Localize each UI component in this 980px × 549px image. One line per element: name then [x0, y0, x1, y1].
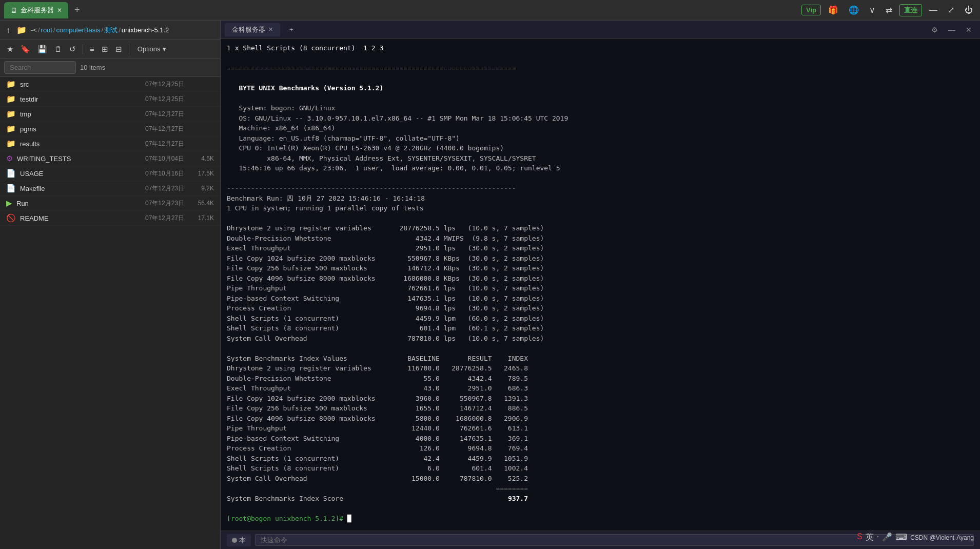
makefile-icon: 📄	[6, 184, 16, 193]
toolbar-separator	[83, 44, 83, 54]
local-button[interactable]: 本	[227, 534, 251, 546]
keyboard-icon[interactable]: ⌨	[895, 532, 907, 543]
folder-icon: 📁	[6, 139, 16, 148]
maximize-button[interactable]: ⤢	[945, 4, 957, 16]
tab-label: 金科服务器	[21, 6, 54, 15]
terminal-close-button[interactable]: ✕	[962, 25, 976, 35]
dropdown-icon[interactable]: ∨	[866, 4, 878, 16]
terminal-tab-label: 金科服务器	[232, 25, 265, 34]
file-date: 07年12月27日	[128, 125, 184, 133]
list-item[interactable]: 📄 USAGE 07年10月16日 17.5K	[0, 166, 220, 181]
english-icon[interactable]: 英	[866, 532, 874, 543]
file-date: 07年10月04日	[128, 154, 184, 163]
list-view-button[interactable]: ≡	[87, 43, 97, 55]
mic-icon[interactable]: 🎤	[882, 532, 892, 543]
list-item[interactable]: ⚙ WRITING_TESTS 07年10月04日 4.5K	[0, 151, 220, 166]
watermark: S 英 · 🎤 ⌨ CSDN @Violent-Ayang	[857, 532, 974, 543]
file-name: tmp	[20, 110, 124, 118]
file-panel: ↑ 📁 -< / root / computerBasis / 测试 / uni…	[0, 21, 221, 549]
new-tab-button[interactable]: +	[70, 5, 84, 15]
breadcrumb-bar: ↑ 📁 -< / root / computerBasis / 测试 / uni…	[0, 21, 220, 40]
folder-icon[interactable]: 📁	[14, 24, 29, 36]
top-bar-actions: Vip 🎁 🌐 ∨ ⇄ 直连 — ⤢ ⏻	[801, 4, 976, 16]
list-item[interactable]: 📁 tmp 07年12月27日	[0, 107, 220, 122]
file-size: 9.2K	[188, 185, 214, 192]
file-toolbar: ★ 🔖 💾 🗒 ↺ ≡ ⊞ ⊟ Options ▾	[0, 40, 220, 58]
breadcrumb-test[interactable]: 测试	[104, 26, 117, 35]
breadcrumb-current: unixbench-5.1.2	[122, 26, 169, 34]
terminal-tab-bar: 金科服务器 ✕ + ⚙ — ✕	[221, 21, 980, 39]
back-button[interactable]: ↑	[4, 25, 12, 36]
file-name: Makefile	[20, 185, 124, 192]
bullet-icon[interactable]: ·	[877, 532, 879, 543]
file-size: 17.1K	[188, 214, 214, 222]
gift-icon[interactable]: 🎁	[825, 4, 841, 16]
browser-icon[interactable]: 🌐	[846, 4, 862, 16]
file-date: 07年12月25日	[128, 95, 184, 104]
save-button[interactable]: 💾	[35, 43, 50, 55]
file-date: 07年12月25日	[128, 80, 184, 89]
item-count: 10 items	[80, 64, 105, 71]
breadcrumb: -< / root / computerBasis / 测试 / unixben…	[31, 26, 169, 35]
special-file-icon: ⚙	[6, 154, 13, 163]
watermark-text: CSDN @Violent-Ayang	[910, 534, 974, 541]
file-name: README	[20, 214, 124, 222]
power-button[interactable]: ⏻	[962, 5, 976, 16]
folder-icon: 📁	[6, 124, 16, 133]
terminal-tab[interactable]: 金科服务器 ✕	[225, 23, 280, 36]
readme-icon: 🚫	[6, 213, 16, 223]
folder-icon: 📁	[6, 80, 16, 89]
file-name: results	[20, 140, 124, 148]
search-input[interactable]	[4, 61, 76, 74]
file-name: USAGE	[20, 170, 124, 178]
file-date: 07年12月23日	[128, 184, 184, 193]
terminal-output: 1 x Shell Scripts (8 concurrent) 1 2 3 =…	[227, 43, 974, 523]
transfer-icon[interactable]: ⇄	[883, 4, 895, 16]
direct-connect-button[interactable]: 直连	[899, 4, 922, 16]
main-tab[interactable]: 🖥 金科服务器 ✕	[4, 2, 68, 18]
list-item[interactable]: ▶ Run 07年12月23日 56.4K	[0, 196, 220, 211]
chevron-down-icon: ▾	[163, 45, 166, 53]
terminal-tab-close-button[interactable]: ✕	[268, 26, 273, 33]
sogou-icon[interactable]: S	[857, 532, 863, 543]
details-view-button[interactable]: ⊟	[113, 43, 125, 55]
options-button[interactable]: Options ▾	[133, 44, 170, 54]
list-item[interactable]: 📄 Makefile 07年12月23日 9.2K	[0, 181, 220, 196]
terminal-minimize-button[interactable]: —	[944, 25, 959, 35]
grid-view-button[interactable]: ⊞	[99, 43, 111, 55]
text-file-icon: 📄	[6, 169, 16, 178]
breadcrumb-computerbasis[interactable]: computerBasis	[56, 26, 101, 34]
new-terminal-tab-button[interactable]: +	[282, 24, 301, 35]
file-date: 07年12月27日	[128, 214, 184, 223]
file-name: src	[20, 81, 124, 88]
list-item[interactable]: 📁 results 07年12月27日	[0, 136, 220, 151]
vip-button[interactable]: Vip	[801, 5, 821, 15]
list-item[interactable]: 🚫 README 07年12月27日 17.1K	[0, 211, 220, 226]
list-item[interactable]: 📁 testdir 07年12月25日	[0, 92, 220, 107]
breadcrumb-root[interactable]: root	[41, 26, 52, 34]
file-date: 07年12月27日	[128, 140, 184, 148]
file-list: 📁 src 07年12月25日 📁 testdir 07年12月25日 📁 tm…	[0, 77, 220, 549]
file-date: 07年12月27日	[128, 110, 184, 119]
list-item[interactable]: 📁 pgms 07年12月27日	[0, 122, 220, 136]
file-date: 07年10月16日	[128, 169, 184, 178]
terminal-body[interactable]: 1 x Shell Scripts (8 concurrent) 1 2 3 =…	[221, 39, 980, 531]
bookmark-star-button[interactable]: ★	[4, 43, 16, 55]
minimize-button[interactable]: —	[926, 5, 940, 16]
tab-close-button[interactable]: ✕	[57, 7, 62, 14]
list-item[interactable]: 📁 src 07年12月25日	[0, 77, 220, 92]
breadcrumb-dash: -<	[31, 26, 37, 34]
tab-icon: 🖥	[10, 6, 17, 14]
file-name: WRITING_TESTS	[17, 155, 124, 163]
local-label: 本	[239, 536, 246, 545]
refresh-button[interactable]: ↺	[67, 43, 79, 55]
notes-button[interactable]: 🗒	[52, 43, 65, 55]
main-area: ↑ 📁 -< / root / computerBasis / 测试 / uni…	[0, 21, 980, 549]
status-dot	[232, 538, 237, 543]
terminal-settings-icon[interactable]: ⚙	[927, 25, 942, 35]
terminal-panel: 金科服务器 ✕ + ⚙ — ✕ 1 x Shell Scripts (8 con…	[221, 21, 980, 549]
search-bar: 10 items	[0, 58, 220, 77]
file-name: Run	[16, 200, 124, 207]
top-bar: 🖥 金科服务器 ✕ + Vip 🎁 🌐 ∨ ⇄ 直连 — ⤢ ⏻	[0, 0, 980, 21]
bookmark-button[interactable]: 🔖	[18, 43, 33, 55]
